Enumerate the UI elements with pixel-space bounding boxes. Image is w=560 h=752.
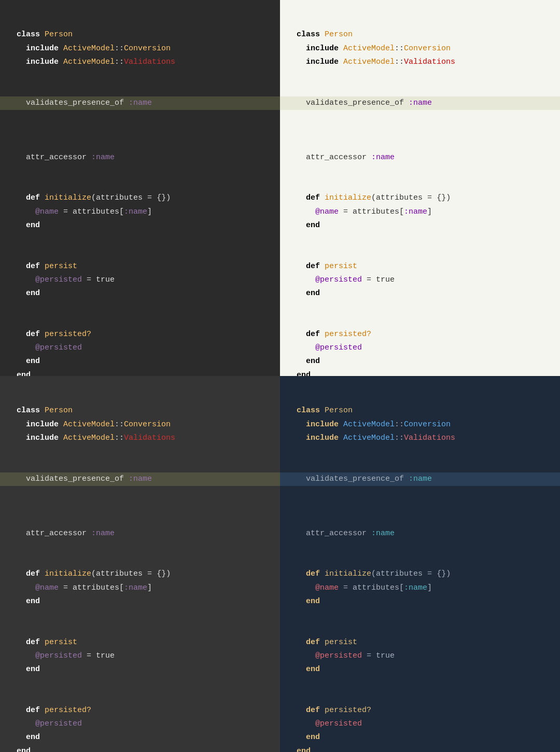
code-grid: class Person include ActiveModel::Conver… [0,0,560,752]
code-bottom-left: class Person include ActiveModel::Conver… [17,391,263,752]
code-top-left: class Person include ActiveModel::Conver… [17,15,263,376]
panel-bottom-right: class Person include ActiveModel::Conver… [280,376,560,752]
panel-top-right: class Person include ActiveModel::Conver… [280,0,560,376]
panel-top-left: class Person include ActiveModel::Conver… [0,0,280,376]
panel-bottom-left: class Person include ActiveModel::Conver… [0,376,280,752]
code-bottom-right: class Person include ActiveModel::Conver… [297,391,543,752]
code-top-right: class Person include ActiveModel::Conver… [297,15,543,376]
